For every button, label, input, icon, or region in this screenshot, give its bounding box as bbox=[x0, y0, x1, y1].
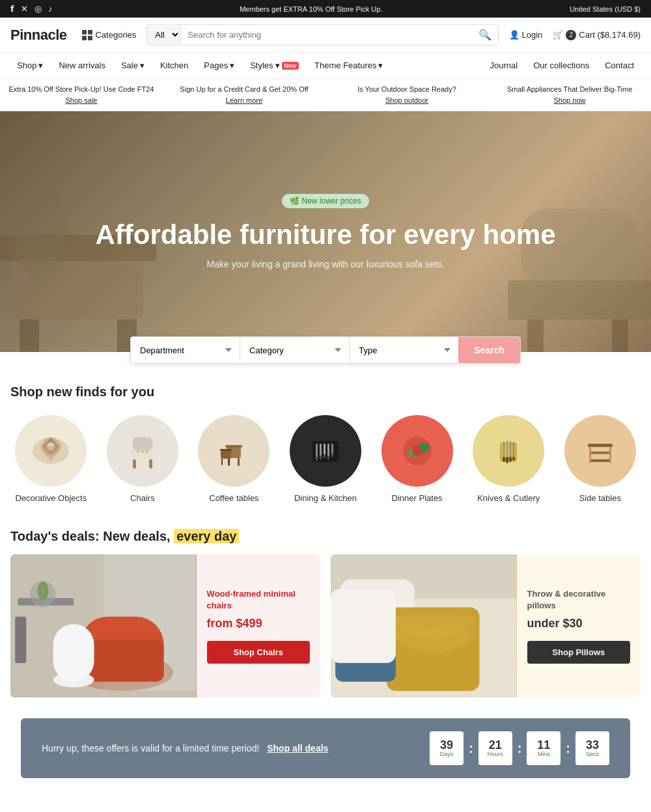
deals-title: Today's deals: New deals, every day bbox=[10, 529, 641, 544]
promo-4-link[interactable]: Shop now bbox=[554, 96, 586, 104]
timer-mins-value: 11 bbox=[537, 739, 550, 751]
x-icon[interactable]: ✕ bbox=[21, 4, 28, 14]
svg-rect-33 bbox=[316, 457, 318, 461]
nav-contact-label: Contact bbox=[605, 61, 634, 70]
svg-rect-36 bbox=[327, 455, 329, 459]
chevron-down-icon-sale: ▾ bbox=[140, 61, 145, 70]
deal-pillows-category: Throw & decorative pillows bbox=[527, 588, 630, 612]
timer-mins-label: Mins bbox=[538, 751, 550, 757]
timer-mins: 11 Mins bbox=[527, 731, 561, 765]
category-knives[interactable]: Knives & Cutlery bbox=[468, 415, 549, 503]
nav-item-contact[interactable]: Contact bbox=[598, 53, 641, 78]
promo-3-link[interactable]: Shop outdoor bbox=[385, 96, 428, 104]
category-dinner-plates[interactable]: Dinner Plates bbox=[376, 415, 458, 503]
timer-hours-label: Hours bbox=[488, 751, 503, 757]
cart-button[interactable]: 🛒 2 Cart ($8,174.69) bbox=[553, 30, 641, 40]
svg-rect-34 bbox=[320, 455, 322, 459]
svg-point-63 bbox=[37, 581, 48, 600]
svg-point-42 bbox=[412, 446, 422, 456]
svg-rect-55 bbox=[590, 459, 610, 462]
countdown-timer: 39 Days : 21 Hours : 11 Mins : 33 Secs bbox=[430, 731, 609, 765]
countdown-message: Hurry up, these offers is valid for a li… bbox=[42, 743, 259, 753]
search-input[interactable] bbox=[181, 26, 471, 44]
promo-bar: Extra 10% Off Store Pick-Up! Use Code FT… bbox=[0, 79, 651, 111]
shop-section-title: Shop new finds for you bbox=[10, 385, 641, 399]
category-dining-kitchen[interactable]: Dining & Kitchen bbox=[285, 415, 367, 503]
search-button[interactable]: 🔍 bbox=[472, 25, 498, 45]
deal-chairs-category: Wood-framed minimal chairs bbox=[207, 588, 310, 612]
deal-chairs-image bbox=[10, 554, 197, 697]
countdown-section: Hurry up, these offers is valid for a li… bbox=[0, 718, 651, 794]
facebook-icon[interactable]: 𝗳 bbox=[10, 4, 14, 14]
nav-item-collections[interactable]: Our collections bbox=[527, 53, 596, 78]
svg-rect-22 bbox=[238, 458, 240, 466]
department-select[interactable]: Department bbox=[131, 337, 240, 363]
most-sold-section: Most sold this week Shop Living room Liv… bbox=[0, 794, 651, 812]
svg-rect-74 bbox=[331, 589, 396, 663]
login-button[interactable]: 👤 Login bbox=[509, 30, 543, 40]
nav-item-styles[interactable]: Styles ▾ New bbox=[243, 53, 305, 78]
categories-button[interactable]: Categories bbox=[82, 30, 136, 40]
nav-item-kitchen[interactable]: Kitchen bbox=[154, 53, 195, 78]
promo-1-link[interactable]: Shop sale bbox=[66, 96, 98, 104]
svg-rect-35 bbox=[324, 454, 326, 458]
shop-pillows-button[interactable]: Shop Pillows bbox=[527, 641, 630, 664]
filter-bar: Department Category Type Search bbox=[130, 336, 521, 364]
filter-search-button[interactable]: Search bbox=[458, 337, 520, 363]
nav-new-arrivals-label: New arrivals bbox=[59, 61, 105, 70]
timer-hours: 21 Hours bbox=[478, 731, 512, 765]
deal-card-pillows: Throw & decorative pillows under $30 Sho… bbox=[331, 554, 641, 697]
category-coffee-image bbox=[198, 415, 270, 487]
chevron-down-icon-pages: ▾ bbox=[230, 61, 234, 70]
nav-item-new-arrivals[interactable]: New arrivals bbox=[52, 53, 112, 78]
nav-item-pages[interactable]: Pages ▾ bbox=[197, 53, 241, 78]
nav-item-shop[interactable]: Shop ▾ bbox=[10, 53, 49, 78]
nav-journal-label: Journal bbox=[490, 61, 518, 70]
logo[interactable]: Pinnacle bbox=[10, 27, 66, 44]
category-chairs-name: Chairs bbox=[102, 493, 184, 503]
category-decorative-objects[interactable]: Decorative Objects bbox=[10, 415, 92, 503]
chevron-down-icon-theme: ▾ bbox=[378, 61, 383, 70]
category-plates-image bbox=[381, 415, 453, 487]
svg-point-18 bbox=[146, 450, 148, 453]
category-side-image bbox=[564, 415, 636, 487]
svg-rect-25 bbox=[221, 459, 223, 465]
deal-pillows-price: under $30 bbox=[527, 617, 630, 630]
region-selector[interactable]: United States (USD $) bbox=[570, 5, 641, 13]
promo-3-text: Is Your Outdoor Space Ready? bbox=[357, 85, 456, 93]
deals-highlight: every day bbox=[174, 529, 239, 543]
shop-chairs-button[interactable]: Shop Chairs bbox=[207, 641, 310, 664]
category-chairs[interactable]: Chairs bbox=[102, 415, 184, 503]
nav-item-sale[interactable]: Sale ▾ bbox=[115, 53, 151, 78]
category-select[interactable]: Category bbox=[240, 337, 350, 363]
deal-chairs-info: Wood-framed minimal chairs from $499 Sho… bbox=[197, 554, 320, 697]
main-nav-left: Shop ▾ New arrivals Sale ▾ Kitchen Pages… bbox=[10, 53, 389, 78]
svg-point-4 bbox=[13, 176, 65, 280]
svg-rect-46 bbox=[506, 440, 508, 458]
promo-2-link[interactable]: Learn more bbox=[226, 96, 262, 104]
shop-all-deals-link[interactable]: Shop all deals bbox=[267, 743, 328, 753]
svg-rect-24 bbox=[221, 451, 231, 459]
timer-secs-value: 33 bbox=[586, 739, 599, 751]
category-chairs-image bbox=[107, 415, 178, 487]
category-side-name: Side tables bbox=[559, 493, 641, 503]
category-side-tables[interactable]: Side tables bbox=[559, 415, 641, 503]
svg-rect-50 bbox=[506, 457, 508, 463]
category-decorative-name: Decorative Objects bbox=[10, 493, 92, 503]
type-select[interactable]: Type bbox=[350, 337, 458, 363]
svg-rect-6 bbox=[508, 280, 651, 319]
svg-rect-49 bbox=[503, 457, 505, 462]
search-category-select[interactable]: All bbox=[147, 25, 181, 44]
grid-icon bbox=[82, 30, 92, 40]
hero-subtitle: Make your living a grand living with our… bbox=[95, 259, 555, 269]
categories-label: Categories bbox=[95, 30, 136, 40]
category-coffee-tables[interactable]: Coffee tables bbox=[193, 415, 275, 503]
social-links: 𝗳 ✕ ◎ ♪ bbox=[10, 4, 53, 14]
svg-rect-23 bbox=[220, 449, 232, 451]
svg-rect-15 bbox=[149, 459, 152, 468]
nav-item-theme-features[interactable]: Theme Features ▾ bbox=[308, 53, 389, 78]
instagram-icon[interactable]: ◎ bbox=[35, 4, 42, 14]
nav-item-journal[interactable]: Journal bbox=[484, 53, 525, 78]
svg-rect-52 bbox=[512, 457, 515, 461]
deal-pillows-info: Throw & decorative pillows under $30 Sho… bbox=[517, 554, 641, 697]
